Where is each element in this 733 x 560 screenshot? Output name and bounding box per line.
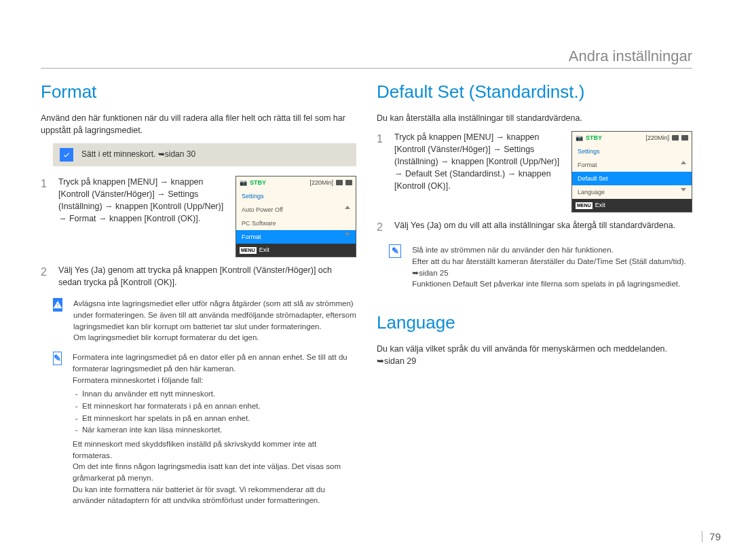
rinfo-p3: Funktionen Default Set påverkar inte fil…: [412, 278, 692, 290]
lcd-row-format: Format: [236, 230, 356, 244]
step-1-text: Tryck på knappen [MENU] → knappen [Kontr…: [394, 131, 561, 193]
info-b3: Ett minneskort har spelats in på en anna…: [82, 413, 356, 424]
lcd-row-auto: Auto Power Off: [236, 203, 356, 217]
info-p3: Ett minneskort med skyddsfliken inställd…: [73, 438, 356, 461]
info-b1: Innan du använder ett nytt minneskort.: [82, 388, 356, 400]
lcd-exit: Exit: [259, 246, 269, 255]
lcd-exit: Exit: [595, 201, 605, 210]
heading-language: Language: [377, 310, 692, 336]
warning-block: Avlägsna inte lagringsmediet eller utför…: [41, 298, 356, 343]
step-2-text: Välj Yes (Ja) genom att trycka på knappe…: [58, 264, 356, 288]
step-2-text: Välj Yes (Ja) om du vill att alla instäl…: [394, 219, 692, 235]
warning-icon: [53, 298, 62, 312]
step-number: 2: [41, 264, 49, 288]
chapter-title: Andra inställningar: [41, 0, 692, 69]
step-number: 1: [41, 176, 49, 257]
lcd-stby: STBY: [250, 179, 307, 187]
lcd-time: [220Min]: [645, 134, 669, 143]
menu-button: MENU: [576, 202, 593, 209]
info-p4: Om det inte finns någon lagringsmedia is…: [73, 461, 356, 483]
page-number: 79: [702, 531, 721, 542]
info-icon: ✎: [389, 244, 401, 258]
battery-icon: [681, 135, 688, 141]
warn-p2: Om lagringsmediet blir korrupt formatera…: [73, 332, 356, 343]
step-number: 1: [377, 131, 385, 212]
warn-p1: Avlägsna inte lagringsmediet eller utför…: [73, 298, 356, 332]
info-icon: ✎: [53, 352, 62, 365]
lcd-stby: STBY: [586, 134, 643, 143]
format-steps: 1 Tryck på knappen [MENU] → knappen [Kon…: [41, 176, 356, 289]
camera-icon: 📷: [576, 134, 583, 143]
note-text: Sätt i ett minneskort. ➥sidan 30: [81, 149, 195, 160]
language-intro: Du kan välja vilket språk du vill använd…: [377, 343, 692, 367]
info-p2: Formatera minneskortet i följande fall:: [73, 375, 356, 386]
info-p5: Du kan inte formattera när batteriet är …: [73, 484, 356, 506]
menu-button: MENU: [240, 247, 257, 254]
right-column: Default Set (Standardinst.) Du kan åters…: [377, 79, 692, 515]
heading-format: Format: [41, 79, 356, 105]
lcd-time: [220Min]: [309, 179, 333, 187]
lcd-row-pc: PC Software: [236, 217, 356, 230]
info-block: ✎ Formatera inte lagringsmediet på en da…: [41, 352, 356, 506]
lcd-default: 📷 STBY [220Min] Settings Format Default …: [571, 131, 692, 212]
camera-icon: 📷: [240, 179, 247, 187]
card-icon: [672, 135, 679, 141]
info-b4: När kameran inte kan läsa minneskortet.: [82, 424, 356, 436]
rinfo-p1: Slå inte av strömmen när du använder den…: [412, 244, 692, 256]
step-number: 2: [377, 219, 385, 235]
card-icon: [336, 180, 343, 185]
note-insert-card: Sätt i ett minneskort. ➥sidan 30: [53, 143, 356, 166]
lcd-row-language: Language: [572, 185, 692, 199]
lcd-settings: Settings: [572, 145, 692, 158]
info-b2: Ett minneskort har formaterats i på en a…: [82, 400, 356, 412]
left-column: Format Använd den här funktionen när du …: [41, 79, 356, 515]
check-icon: [60, 148, 73, 162]
default-steps: 1 Tryck på knappen [MENU] → knappen [Kon…: [377, 131, 692, 235]
rinfo-p2: Efter att du har återställt kameran åter…: [412, 256, 692, 278]
lcd-row-format: Format: [572, 158, 692, 172]
step-1-text: Tryck på knappen [MENU] → knappen [Kontr…: [58, 176, 225, 225]
heading-default-set: Default Set (Standardinst.): [377, 79, 692, 105]
lcd-settings: Settings: [236, 189, 356, 203]
format-intro: Använd den här funktionen när du vill ra…: [41, 112, 356, 136]
info-block-right: ✎ Slå inte av strömmen när du använder d…: [377, 244, 692, 290]
battery-icon: [345, 180, 352, 185]
default-intro: Du kan återställa alla inställningar til…: [377, 112, 692, 124]
lcd-format: 📷 STBY [220Min] Settings Auto Power Off …: [236, 176, 356, 257]
info-p1: Formatera inte lagringsmediet på en dato…: [73, 352, 356, 374]
lcd-row-default: Default Set: [572, 172, 692, 185]
